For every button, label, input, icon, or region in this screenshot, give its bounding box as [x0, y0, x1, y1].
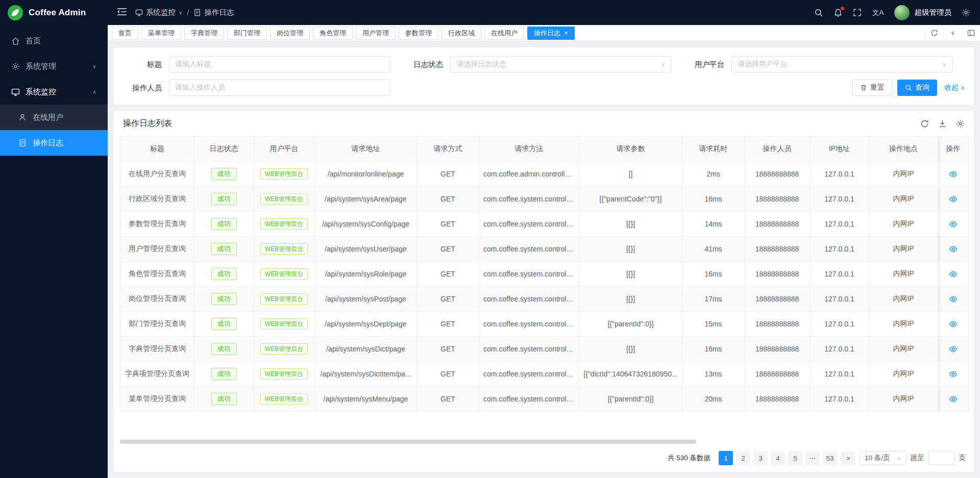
tab-label: 首页 — [118, 29, 132, 38]
layout-icon[interactable] — [962, 25, 980, 41]
view-detail-eye-icon[interactable] — [949, 245, 958, 254]
tab-item[interactable]: 参数管理 — [399, 27, 438, 40]
sidebar-item-online-users[interactable]: 在线用户 — [0, 105, 108, 130]
tab-item[interactable]: 角色管理 — [313, 27, 353, 40]
next-page-button[interactable]: > — [841, 451, 855, 465]
cell-request-duration: 17ms — [682, 287, 745, 312]
cell-title: 部门管理分页查询 — [120, 312, 194, 337]
sidebar-item-operation-logs[interactable]: 操作日志 — [0, 130, 108, 156]
refresh-icon[interactable] — [920, 119, 929, 128]
page-button[interactable]: 3 — [753, 451, 768, 465]
tab-item[interactable]: 行政区域 — [442, 27, 481, 40]
page-button[interactable]: 4 — [771, 451, 785, 465]
monitor-icon — [11, 88, 20, 96]
status-badge: 成功 — [211, 218, 237, 230]
collapse-link-label: 收起 — [944, 83, 959, 92]
cell-operator: 18888888888 — [745, 337, 810, 362]
cell-title: 用户管理分页查询 — [120, 237, 194, 262]
status-badge: 成功 — [211, 318, 237, 330]
tab-close-icon[interactable]: × — [564, 30, 568, 36]
tab-item[interactable]: 字典管理 — [184, 27, 224, 40]
log-icon — [18, 139, 27, 147]
cell-location: 内网IP — [869, 337, 938, 362]
table-row: 字典项管理分页查询成功WEB管理后台/api/system/sysDictIte… — [120, 362, 969, 387]
cell-request-duration: 41ms — [682, 237, 745, 262]
view-detail-eye-icon[interactable] — [949, 395, 958, 404]
tab-item[interactable]: 在线用户 — [484, 27, 524, 40]
jump-to-input[interactable] — [928, 451, 955, 465]
view-detail-eye-icon[interactable] — [949, 295, 958, 304]
tab-item[interactable]: 岗位管理 — [270, 27, 310, 40]
cell-request-url: /api/system/sysDict/page — [315, 337, 417, 362]
table-toolbar — [920, 119, 965, 128]
cell-log-status: 成功 — [194, 212, 254, 237]
log-table-card: 操作日志列表 — [114, 111, 974, 472]
platform-badge: WEB管理后台 — [260, 368, 308, 380]
page-button[interactable]: 2 — [736, 451, 750, 465]
cell-request-handler: com.coffee.system.controlle... — [479, 212, 579, 237]
app-title: Coffee Admin — [29, 8, 86, 18]
operator-filter-input[interactable]: 请输入操作人员 — [169, 80, 390, 96]
cell-action — [938, 212, 969, 237]
refresh-icon[interactable] — [925, 25, 943, 41]
log-status-select[interactable]: 请选择日志状态 ∨ — [450, 56, 671, 72]
log-status-placeholder: 请选择日志状态 — [456, 60, 658, 69]
breadcrumb-system-monitor[interactable]: 系统监控 ∨ — [135, 8, 182, 17]
translate-icon[interactable]: 文A — [872, 8, 884, 17]
cell-request-url: /api/system/sysPost/page — [315, 287, 417, 312]
cell-operator: 18888888888 — [745, 312, 810, 337]
user-name[interactable]: 超级管理员 — [915, 8, 952, 17]
sidebar-item-label: 操作日志 — [33, 138, 63, 148]
cell-log-status: 成功 — [194, 287, 254, 312]
fullscreen-icon[interactable] — [853, 8, 862, 17]
tab-item[interactable]: 用户管理 — [356, 27, 396, 40]
settings-gear-icon[interactable] — [962, 8, 971, 17]
search-icon[interactable] — [814, 8, 823, 17]
page-button[interactable]: 53 — [823, 451, 837, 465]
cell-platform: WEB管理后台 — [254, 337, 315, 362]
tab-item[interactable]: 菜单管理 — [141, 27, 181, 40]
view-detail-eye-icon[interactable] — [949, 220, 958, 229]
sidebar-item-system-management[interactable]: 系统管理 ∨ — [0, 54, 108, 79]
column-settings-gear-icon[interactable] — [956, 119, 965, 128]
tab-item[interactable]: 首页 — [112, 27, 138, 40]
cell-ip-address: 127.0.0.1 — [810, 337, 869, 362]
notification-bell-icon[interactable] — [834, 8, 843, 17]
pagination-ellipsis[interactable]: ••• — [805, 451, 820, 465]
cell-platform: WEB管理后台 — [254, 287, 315, 312]
page-button[interactable]: 1 — [719, 451, 733, 465]
cell-request-handler: com.coffee.system.controlle... — [479, 312, 579, 337]
sidebar-item-home[interactable]: 首页 — [0, 28, 108, 54]
cell-ip-address: 127.0.0.1 — [810, 212, 869, 237]
horizontal-scrollbar-thumb[interactable] — [120, 440, 696, 444]
collapse-filters-link[interactable]: 收起 ∧ — [944, 83, 965, 92]
cell-action — [938, 287, 969, 312]
view-detail-eye-icon[interactable] — [949, 370, 958, 379]
view-detail-eye-icon[interactable] — [949, 270, 958, 279]
user-avatar[interactable] — [894, 5, 910, 20]
view-detail-eye-icon[interactable] — [949, 345, 958, 354]
filter-panel: 标题 请输入标题 日志状态 请选择日志状态 ∨ 用户平台 — [114, 47, 974, 105]
title-filter-input[interactable]: 请输入标题 — [169, 56, 390, 72]
user-platform-select[interactable]: 请选择用户平台 ∨ — [731, 56, 952, 72]
breadcrumb-label: 操作日志 — [204, 8, 234, 17]
export-icon[interactable] — [938, 119, 947, 128]
sidebar-collapse-icon[interactable] — [117, 8, 127, 18]
cell-action — [938, 162, 969, 187]
chevron-down-icon[interactable]: ∨ — [943, 25, 962, 41]
cell-ip-address: 127.0.0.1 — [810, 187, 869, 212]
reset-button[interactable]: 重置 — [852, 80, 892, 96]
search-button[interactable]: 查询 — [897, 80, 937, 96]
view-detail-eye-icon[interactable] — [949, 195, 958, 204]
breadcrumb-operation-logs[interactable]: 操作日志 — [193, 8, 234, 17]
page-size-select[interactable]: 10 条/页 ∨ — [860, 451, 906, 465]
view-detail-eye-icon[interactable] — [949, 170, 958, 179]
tab-item[interactable]: 操作日志× — [527, 27, 575, 40]
operator-filter-placeholder: 请输入操作人员 — [175, 83, 384, 92]
view-detail-eye-icon[interactable] — [949, 320, 958, 329]
cell-location: 内网IP — [869, 187, 938, 212]
page-button[interactable]: 5 — [788, 451, 802, 465]
operator-filter-group: 操作人员 请输入操作人员 — [122, 80, 403, 96]
tab-item[interactable]: 部门管理 — [227, 27, 267, 40]
sidebar-item-system-monitor[interactable]: 系统监控 ∧ — [0, 79, 108, 105]
